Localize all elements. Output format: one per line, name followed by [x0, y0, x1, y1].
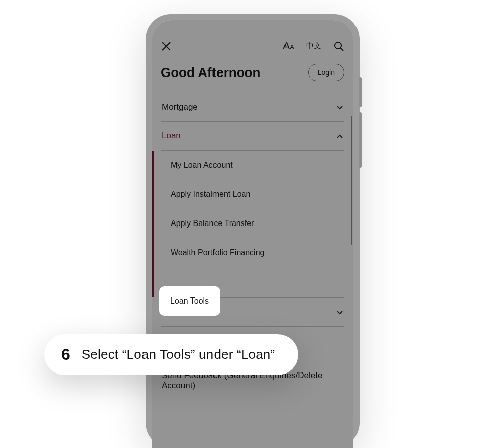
callout-text: Select “Loan Tools” under “Loan”	[82, 347, 275, 362]
sub-item-loan-tools[interactable]: Loan Tools	[159, 286, 220, 316]
menu-item-mortgage[interactable]: Mortgage	[161, 93, 344, 122]
scrollbar-thumb[interactable]	[351, 116, 352, 245]
spacer	[152, 327, 353, 333]
font-a-small-icon: A	[290, 43, 294, 51]
phone-frame: AA 中文 Good Afternoon Login	[146, 14, 360, 448]
login-button[interactable]: Login	[308, 64, 344, 81]
font-size-button[interactable]: AA	[283, 40, 294, 52]
phone-side-button	[359, 77, 362, 107]
instruction-callout: 6 Select “Loan Tools” under “Loan”	[44, 334, 298, 375]
sub-item-wealth-portfolio[interactable]: Wealth Portfolio Financing	[152, 238, 353, 267]
language-button[interactable]: 中文	[306, 41, 321, 51]
menu-label: Loan	[162, 131, 181, 141]
top-icons: AA 中文	[283, 40, 344, 52]
menu-label: Mortgage	[162, 102, 198, 112]
callout-step-number: 6	[61, 345, 70, 364]
top-bar: AA 中文	[152, 36, 353, 56]
close-button[interactable]	[161, 41, 172, 52]
loan-submenu: My Loan Account Apply Instalment Loan Ap…	[152, 151, 353, 297]
svg-point-2	[335, 42, 341, 49]
svg-line-3	[341, 48, 344, 51]
font-a-large-icon: A	[283, 40, 290, 52]
header-row: Good Afternoon Login	[152, 56, 353, 86]
close-icon	[161, 41, 172, 52]
search-icon	[333, 41, 344, 52]
sub-item-apply-balance[interactable]: Apply Balance Transfer	[152, 209, 353, 238]
search-button[interactable]	[333, 41, 344, 52]
menu-item-loan[interactable]: Loan	[161, 122, 344, 151]
menu-divider	[161, 86, 344, 93]
chevron-down-icon	[336, 309, 343, 316]
active-indicator-bar	[152, 151, 154, 297]
phone-side-button	[359, 112, 362, 168]
chevron-down-icon	[336, 104, 343, 111]
screen-content: AA 中文 Good Afternoon Login	[152, 20, 353, 448]
sub-item-apply-instalment[interactable]: Apply Instalment Loan	[152, 180, 353, 209]
phone-screen: AA 中文 Good Afternoon Login	[152, 20, 353, 448]
sub-item-my-loan-account[interactable]: My Loan Account	[152, 151, 353, 180]
chevron-up-icon	[336, 132, 343, 139]
greeting-title: Good Afternoon	[161, 65, 260, 81]
